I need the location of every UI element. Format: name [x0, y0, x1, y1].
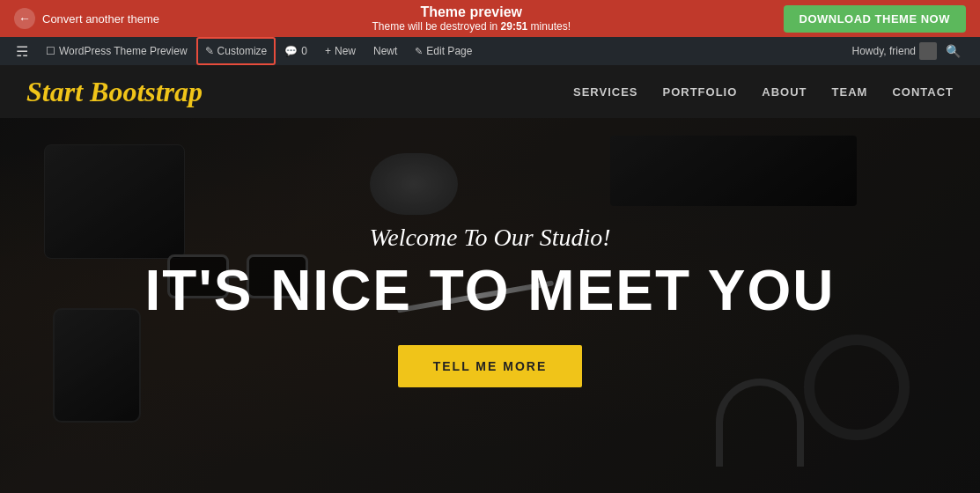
- new-label: New: [335, 45, 356, 57]
- hero-title: IT'S NICE TO MEET YOU: [145, 262, 836, 319]
- download-theme-button[interactable]: DOWNLOAD THEME NOW: [784, 5, 966, 33]
- nav-contact[interactable]: CONTACT: [892, 85, 954, 99]
- theme-preview-icon: ☐: [46, 45, 55, 57]
- back-label: Convert another theme: [42, 12, 159, 26]
- top-banner: ← Convert another theme Theme preview Th…: [0, 0, 980, 37]
- site-logo[interactable]: Start Bootstrap: [26, 76, 203, 108]
- customize-label: Customize: [217, 45, 268, 57]
- edit-icon: ✎: [415, 46, 423, 57]
- theme-preview-title: Theme preview: [372, 4, 571, 20]
- site-header: Start Bootstrap SERVICES PORTFOLIO ABOUT…: [0, 65, 980, 118]
- theme-preview-info: Theme preview Theme will be destroyed in…: [372, 4, 571, 33]
- hero-content: Welcome To Our Studio! IT'S NICE TO MEET…: [128, 206, 853, 405]
- hero-section: Welcome To Our Studio! IT'S NICE TO MEET…: [0, 118, 980, 493]
- countdown: 29:51: [501, 20, 528, 33]
- edit-label: Edit Page: [426, 45, 472, 57]
- theme-preview-label: WordPress Theme Preview: [59, 45, 188, 57]
- howdy-label: Howdy, friend: [852, 45, 916, 57]
- wp-admin-bar: ☴ ☐ WordPress Theme Preview ✎ Customize …: [0, 37, 980, 65]
- comments-icon: 💬: [284, 45, 298, 57]
- customize-icon: ✎: [205, 45, 214, 57]
- comments-count: 0: [301, 45, 307, 57]
- wp-logo-icon[interactable]: ☴: [7, 37, 37, 65]
- hero-subtitle: Welcome To Our Studio!: [145, 224, 836, 252]
- nav-about[interactable]: ABOUT: [762, 85, 807, 99]
- back-icon: ←: [14, 8, 35, 29]
- new-item[interactable]: + New: [316, 37, 365, 65]
- theme-preview-admin-item[interactable]: ☐ WordPress Theme Preview: [37, 37, 196, 65]
- back-button[interactable]: ← Convert another theme: [14, 8, 159, 29]
- search-icon[interactable]: 🔍: [940, 44, 966, 58]
- theme-preview-subtitle: Theme will be destroyed in 29:51 minutes…: [372, 20, 571, 33]
- newt-item[interactable]: Newt: [365, 37, 406, 65]
- newt-label: Newt: [373, 45, 397, 57]
- comments-item[interactable]: 💬 0: [276, 37, 316, 65]
- avatar: [919, 42, 937, 60]
- plus-icon: +: [325, 45, 331, 57]
- nav-team[interactable]: TEAM: [832, 85, 868, 99]
- subtitle-text: Theme will be destroyed in: [372, 20, 498, 33]
- site-nav: SERVICES PORTFOLIO ABOUT TEAM CONTACT: [573, 85, 954, 99]
- cta-button[interactable]: TELL ME MORE: [398, 345, 583, 387]
- nav-portfolio[interactable]: PORTFOLIO: [663, 85, 738, 99]
- edit-page-item[interactable]: ✎ Edit Page: [406, 37, 481, 65]
- admin-right: Howdy, friend 🔍: [845, 42, 973, 60]
- wp-icon: ☴: [16, 43, 28, 60]
- nav-services[interactable]: SERVICES: [573, 85, 638, 99]
- customize-button[interactable]: ✎ Customize: [196, 37, 276, 65]
